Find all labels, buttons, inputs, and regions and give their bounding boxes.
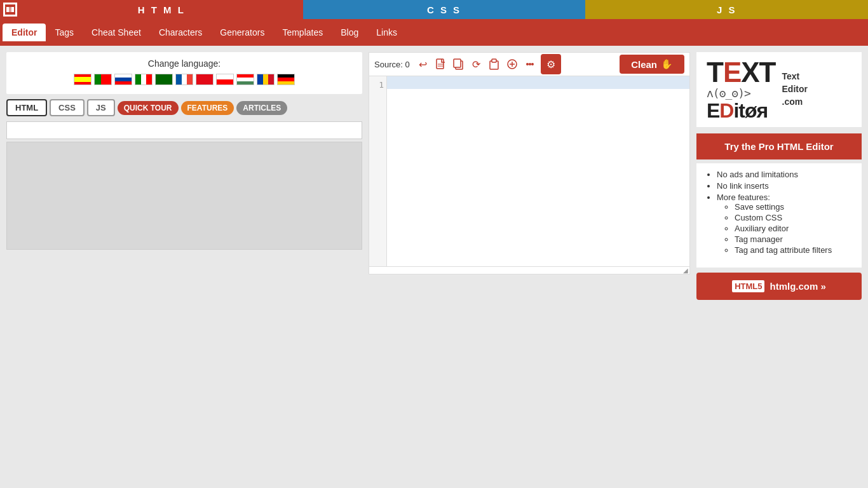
nav-tab-editor[interactable]: Editor (3, 24, 46, 41)
left-panel: Change language: HTML CSS JS QUICK TOUR … (6, 52, 362, 300)
feature-more: More features: Save settings Custom CSS … (717, 193, 851, 255)
pro-banner[interactable]: Try the Pro HTML Editor (696, 133, 862, 159)
nav-tab-links[interactable]: Links (367, 24, 406, 41)
js-section-tab[interactable]: J S (585, 0, 868, 19)
svg-point-14 (526, 63, 529, 65)
flag-it[interactable] (135, 74, 153, 85)
css-section-tab[interactable]: C S S (303, 0, 586, 19)
expand-icon[interactable] (505, 57, 519, 71)
nav-bar: Editor Tags Cheat Sheet Characters Gener… (0, 19, 868, 46)
logo-symbols: ʌ(ʘ_ʘ)> (707, 86, 776, 100)
flags-container (19, 74, 349, 85)
svg-point-15 (529, 63, 531, 65)
nav-tab-characters[interactable]: Characters (150, 24, 211, 41)
svg-point-16 (531, 63, 534, 65)
flag-de[interactable] (277, 74, 295, 85)
line-numbers: 1 (369, 76, 387, 266)
flag-ar[interactable] (155, 74, 173, 85)
svg-rect-1 (6, 7, 9, 12)
mode-tab-css[interactable]: CSS (50, 99, 85, 116)
language-label: Change language: (19, 58, 349, 69)
undo-icon[interactable]: ↩ (416, 57, 430, 71)
mode-tab-js[interactable]: JS (87, 99, 115, 116)
nav-tab-tags[interactable]: Tags (46, 24, 83, 41)
feature-aux-editor: Auxiliary editor (735, 224, 851, 233)
mode-tabs: HTML CSS JS QUICK TOUR FEATURES ARTICLES (6, 99, 362, 116)
flag-es[interactable] (74, 74, 92, 85)
html-section-tab[interactable]: H T M L (20, 0, 303, 19)
source-label: Source: 0 (374, 60, 410, 69)
nav-tab-templates[interactable]: Templates (273, 24, 332, 41)
editor-panel: Source: 0 ↩ ⟳ (369, 52, 690, 300)
feature-no-links: No link inserts (717, 181, 851, 191)
site-logo (3, 3, 17, 17)
logo-text-line2: EDitøя (707, 100, 776, 121)
feature-tag-filters: Tag and tag attribute filters (735, 245, 851, 255)
clean-button[interactable]: Clean ✋ (620, 55, 684, 74)
main-content: Change language: HTML CSS JS QUICK TOUR … (0, 46, 868, 306)
brand-line1: Text (782, 71, 808, 83)
features-list: No ads and limitations No link inserts M… (696, 163, 862, 268)
htmlg-label: htmlg.com » (770, 281, 825, 292)
htmlg-logo: HTML5 (732, 280, 764, 292)
logo-text-line1: TEXT (707, 58, 776, 86)
flag-ro[interactable] (257, 74, 275, 85)
nav-tab-generators[interactable]: Generators (211, 24, 273, 41)
nav-tab-blog[interactable]: Blog (332, 24, 367, 41)
copy-icon[interactable] (452, 57, 466, 71)
mode-tab-html[interactable]: HTML (6, 99, 47, 116)
language-section: Change language: (6, 52, 362, 94)
flag-hu[interactable] (236, 74, 254, 85)
resize-handle[interactable]: ◢ (369, 267, 690, 274)
code-editor: 1 (369, 76, 690, 267)
right-sidebar: TEXT ʌ(ʘ_ʘ)> EDitøя Text Editor .com Try… (696, 52, 862, 300)
feature-no-ads: No ads and limitations (717, 170, 851, 179)
editor-toolbar: Source: 0 ↩ ⟳ (369, 52, 690, 76)
resize-icon: ◢ (683, 267, 689, 274)
flag-pt[interactable] (94, 74, 112, 85)
svg-rect-2 (9, 7, 11, 12)
new-file-icon[interactable] (434, 57, 448, 71)
logo-icon-wrapper (0, 0, 20, 19)
paste-icon[interactable] (487, 57, 501, 71)
more-icon[interactable] (523, 57, 537, 71)
flag-ru[interactable] (114, 74, 132, 85)
svg-rect-3 (11, 7, 14, 12)
logo-area: TEXT ʌ(ʘ_ʘ)> EDitøя Text Editor .com (696, 52, 862, 127)
feature-tag-mgr: Tag manager (735, 234, 851, 244)
flag-pl[interactable] (216, 74, 234, 85)
svg-rect-8 (454, 59, 461, 67)
refresh-icon[interactable]: ⟳ (470, 57, 484, 71)
nav-tab-cheatsheet[interactable]: Cheat Sheet (83, 24, 150, 41)
line-number: 1 (372, 80, 384, 90)
flag-tr[interactable] (196, 74, 214, 85)
code-textarea[interactable] (387, 76, 689, 261)
features-button[interactable]: FEATURES (181, 101, 234, 115)
svg-rect-10 (492, 59, 496, 62)
clean-icon: ✋ (661, 58, 673, 70)
htmlg-button[interactable]: HTML5 htmlg.com » (696, 273, 862, 300)
feature-save: Save settings (735, 202, 851, 212)
settings-button[interactable]: ⚙ (541, 54, 561, 74)
quick-tour-button[interactable]: QUICK TOUR (118, 101, 179, 115)
brand-line2: Editor (782, 83, 808, 96)
text-logo: TEXT ʌ(ʘ_ʘ)> EDitøя (707, 58, 776, 121)
feature-css: Custom CSS (735, 213, 851, 222)
brand-line3: .com (782, 96, 808, 109)
html-input[interactable] (6, 121, 362, 139)
brand-text: Text Editor .com (782, 71, 808, 108)
flag-fr[interactable] (175, 74, 193, 85)
preview-area (6, 142, 362, 250)
articles-button[interactable]: ARTICLES (236, 101, 287, 115)
